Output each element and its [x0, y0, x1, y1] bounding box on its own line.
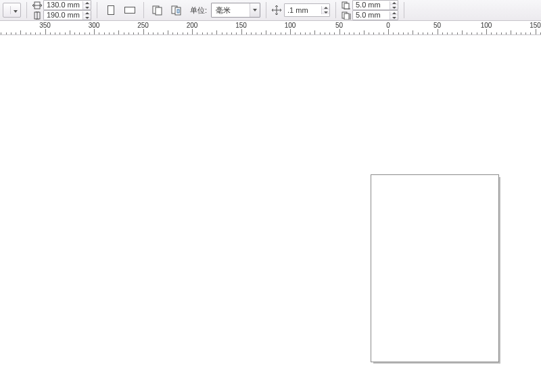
nudge-spinner[interactable] — [321, 6, 329, 14]
page-boundary — [371, 174, 499, 362]
page-width-spinner[interactable] — [83, 1, 91, 9]
ruler-label: 100 — [285, 22, 296, 29]
duplicate-offset-x-value: 5.0 mm — [353, 1, 390, 9]
ruler-label: 350 — [39, 22, 51, 29]
dup-x-spinner[interactable] — [390, 1, 398, 9]
ruler-label: 50 — [433, 22, 441, 29]
pages-stack-icon — [151, 5, 164, 16]
svg-rect-7 — [156, 7, 162, 15]
spin-down-icon[interactable] — [322, 10, 329, 14]
duplicate-offset-group: 5.0 mm 5.0 mm — [342, 1, 398, 20]
apply-current-page-button[interactable] — [168, 2, 185, 18]
spin-down-icon[interactable] — [390, 16, 398, 20]
svg-rect-17 — [344, 14, 349, 20]
ruler-label: 0 — [386, 22, 390, 29]
apply-all-pages-button[interactable] — [149, 2, 166, 18]
property-bar: 130.0 mm 190.0 mm — [0, 0, 541, 21]
drawing-workspace[interactable] — [0, 35, 541, 392]
page-height-value: 190.0 mm — [44, 11, 83, 20]
horizontal-ruler[interactable]: 35030025020015010050050100150 — [0, 21, 541, 35]
spin-down-icon[interactable] — [83, 16, 91, 20]
units-selected: 毫米 — [212, 5, 250, 16]
ruler-label: 150 — [235, 22, 247, 29]
toolbar-divider — [404, 2, 404, 18]
landscape-page-icon — [124, 5, 136, 15]
paper-preset-dropdown[interactable] — [3, 3, 21, 18]
toolbar-divider — [335, 2, 336, 18]
units-dropdown[interactable]: 毫米 — [211, 3, 260, 18]
duplicate-offset-x-icon — [342, 1, 351, 9]
ruler-label: 300 — [89, 22, 100, 29]
ruler-label: 50 — [335, 22, 343, 29]
orientation-portrait-button[interactable] — [103, 2, 119, 18]
toolbar-divider — [97, 2, 97, 18]
portrait-page-icon — [106, 5, 116, 16]
ruler-label: 100 — [481, 22, 492, 29]
spin-down-icon[interactable] — [83, 5, 91, 9]
svg-rect-5 — [124, 7, 135, 14]
ruler-label: 150 — [530, 22, 541, 29]
dup-y-spinner[interactable] — [390, 11, 398, 20]
single-page-icon — [170, 5, 183, 16]
units-label: 单位: — [190, 5, 207, 16]
ruler-label: 200 — [187, 22, 198, 29]
page-height-spinner[interactable] — [83, 11, 91, 20]
duplicate-offset-x-input[interactable]: 5.0 mm — [352, 0, 398, 10]
svg-rect-4 — [108, 6, 114, 15]
nudge-distance-value: .1 mm — [285, 6, 321, 15]
nudge-distance-input[interactable]: .1 mm — [284, 3, 330, 17]
ruler-label: 250 — [137, 22, 149, 29]
page-height-input[interactable]: 190.0 mm — [43, 10, 91, 20]
page-width-input[interactable]: 130.0 mm — [43, 0, 91, 10]
toolbar-divider — [266, 2, 266, 18]
chevron-down-icon — [10, 6, 20, 14]
svg-rect-10 — [177, 9, 179, 13]
page-width-icon — [32, 1, 42, 9]
duplicate-offset-y-value: 5.0 mm — [353, 11, 390, 20]
page-width-value: 130.0 mm — [44, 1, 83, 9]
page-dimensions-group: 130.0 mm 190.0 mm — [32, 1, 91, 20]
toolbar-divider — [143, 2, 144, 18]
nudge-offset-icon — [272, 5, 281, 15]
chevron-down-icon — [250, 3, 260, 17]
spin-down-icon[interactable] — [390, 5, 398, 9]
duplicate-offset-y-icon — [342, 11, 351, 20]
orientation-landscape-button[interactable] — [122, 2, 138, 18]
duplicate-offset-y-input[interactable]: 5.0 mm — [352, 10, 398, 20]
toolbar-divider — [26, 2, 27, 18]
page-height-icon — [32, 11, 42, 20]
